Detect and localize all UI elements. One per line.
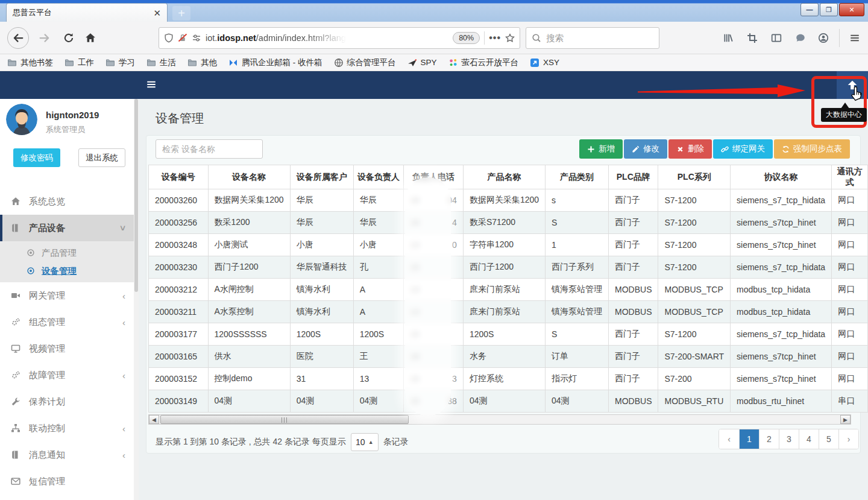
col-header[interactable]: 通讯方式 bbox=[832, 165, 868, 189]
sidebar-item-partial[interactable] bbox=[0, 495, 134, 500]
scroll-right-arrow[interactable]: ▶ bbox=[840, 415, 851, 424]
col-header[interactable]: PLC品牌 bbox=[609, 165, 658, 189]
close-button[interactable]: ✕ bbox=[839, 3, 864, 16]
scroll-track[interactable] bbox=[159, 415, 840, 424]
sidebar-item-网关管理[interactable]: 网关管理 ‹ bbox=[0, 282, 134, 309]
cell: MODBUS_RTU bbox=[658, 390, 731, 413]
cell: 1200SSSSSS bbox=[208, 323, 290, 346]
page-button-2[interactable]: 2 bbox=[759, 429, 779, 449]
bookmark-folder[interactable]: 其他书签 bbox=[7, 57, 53, 68]
bookmark-folder[interactable]: 工作 bbox=[64, 57, 94, 68]
bookmark-plane[interactable]: SPY bbox=[407, 58, 437, 68]
sidebar-collapse-icon[interactable] bbox=[146, 79, 158, 91]
scroll-thumb[interactable] bbox=[160, 415, 409, 424]
col-header[interactable]: 设备所属客户 bbox=[290, 165, 353, 189]
cell: S7-200-SMART bbox=[658, 346, 731, 368]
table-row[interactable]: 200003230西门子1200华辰智通科技孔15西门子1200西门子系列西门子… bbox=[149, 256, 868, 279]
insecure-lock-icon[interactable] bbox=[178, 33, 187, 43]
sitemap-icon bbox=[11, 423, 20, 433]
table-row[interactable]: 20000314904测04测04测153804测04测MODBUSMODBUS… bbox=[149, 390, 868, 413]
sidebar-item-组态管理[interactable]: 组态管理 ‹ bbox=[0, 309, 134, 335]
logout-button[interactable]: 退出系统 bbox=[78, 148, 125, 167]
screenshot-icon[interactable] bbox=[745, 31, 760, 45]
col-header[interactable]: 产品类别 bbox=[546, 165, 609, 189]
page-button-5[interactable]: 5 bbox=[819, 429, 838, 449]
link-button[interactable]: 绑定网关 bbox=[713, 139, 773, 159]
bookmark-star-icon[interactable] bbox=[505, 33, 515, 43]
table-row[interactable]: 200003165供水医院王18水务订单西门子S7-200-SMARTsieme… bbox=[149, 346, 868, 368]
sidebar-item-消息通知[interactable]: 消息通知 ‹ bbox=[0, 441, 134, 468]
sidebar-item-故障管理[interactable]: 故障管理 ‹ bbox=[0, 362, 134, 388]
bookmark-dots4[interactable]: 萤石云开放平台 bbox=[448, 57, 519, 68]
table-row[interactable]: 200003212A水闸控制镇海水利A13庶来门前泵站镇海泵站管理MODBUSM… bbox=[149, 279, 868, 301]
col-header[interactable]: PLC系列 bbox=[658, 165, 731, 189]
col-header[interactable]: 产品名称 bbox=[463, 165, 545, 189]
permissions-icon[interactable] bbox=[192, 33, 201, 43]
col-header[interactable]: 设备负责人 bbox=[353, 165, 404, 189]
bookmark-folder[interactable]: 其他 bbox=[187, 57, 217, 68]
table-row[interactable]: 200003211A水泵控制镇海水利A13庶来门前泵站镇海泵站管理MODBUSM… bbox=[149, 301, 868, 323]
mouse-cursor bbox=[849, 84, 864, 101]
bookmark-folder[interactable]: 学习 bbox=[105, 57, 135, 68]
bookmark-folder[interactable]: 生活 bbox=[146, 57, 176, 68]
restore-button[interactable]: ❐ bbox=[820, 3, 838, 16]
app-menu-icon[interactable] bbox=[848, 31, 862, 45]
cross-button[interactable]: 删除 bbox=[668, 139, 712, 159]
table-row[interactable]: 2000031771200SSSSSS1200S1200S151200SS西门子… bbox=[149, 323, 868, 346]
page-button-1[interactable]: 1 bbox=[739, 429, 759, 449]
browser-search[interactable] bbox=[526, 27, 659, 49]
cell: 数采S71200 bbox=[463, 212, 545, 234]
tracking-protection-icon[interactable] bbox=[164, 33, 174, 43]
next-page-button[interactable]: › bbox=[838, 429, 858, 449]
account-icon[interactable] bbox=[816, 31, 831, 45]
home-button[interactable] bbox=[80, 27, 101, 49]
sidebar-subitem-产品管理[interactable]: 产品管理 bbox=[0, 244, 134, 262]
library-icon[interactable] bbox=[721, 31, 735, 45]
bookmark-exmail[interactable]: 腾讯企业邮箱 - 收件箱 bbox=[228, 57, 322, 68]
page-actions-icon[interactable]: ••• bbox=[489, 33, 501, 43]
browser-tab[interactable]: 思普云平台 ✕ bbox=[6, 3, 168, 22]
col-header[interactable]: 设备编号 bbox=[149, 165, 209, 189]
table-row[interactable]: 200003248小唐测试小唐小唐130字符串12001西门子S7-1200si… bbox=[149, 234, 868, 256]
url-bar[interactable]: iot.idosp.net/admin/index.html?langu 80%… bbox=[159, 27, 520, 49]
chat-extension-icon[interactable] bbox=[793, 31, 808, 45]
col-header[interactable]: 协议名称 bbox=[731, 165, 832, 189]
device-search-input[interactable] bbox=[156, 139, 263, 159]
new-tab-button[interactable]: + bbox=[172, 6, 190, 21]
zoom-badge[interactable]: 80% bbox=[453, 32, 480, 44]
scroll-left-arrow[interactable]: ◀ bbox=[149, 415, 159, 424]
sidebar-item-短信管理[interactable]: 短信管理 bbox=[0, 468, 134, 495]
sidebar-toggle-icon[interactable] bbox=[769, 31, 784, 45]
sidebar-subitem-设备管理[interactable]: 设备管理 bbox=[0, 262, 134, 280]
sidebar-item-系统总览[interactable]: 系统总览 bbox=[0, 188, 134, 215]
search-icon bbox=[532, 33, 541, 43]
minimize-button[interactable]: — bbox=[800, 3, 819, 16]
bookmark-globe[interactable]: 综合管理平台 bbox=[334, 57, 396, 68]
plus-button[interactable]: 新增 bbox=[579, 139, 623, 159]
tab-close-icon[interactable]: ✕ bbox=[153, 8, 161, 17]
page-button-4[interactable]: 4 bbox=[799, 429, 819, 449]
table-row[interactable]: 200003152控制demo3113153灯控系统指示灯西门子S7-200si… bbox=[149, 368, 868, 390]
device-table: 设备编号设备名称设备所属客户设备负责人负责人电话产品名称产品类别PLC品牌PLC… bbox=[148, 165, 868, 413]
table-row[interactable]: 200003256数采1200华辰华辰184数采S71200S西门子S7-120… bbox=[149, 212, 868, 234]
change-password-button[interactable]: 修改密码 bbox=[13, 148, 60, 167]
sidebar-item-产品设备[interactable]: 产品设备 ˅ bbox=[0, 215, 134, 241]
bookmark-xsy[interactable]: XSY bbox=[530, 58, 559, 68]
back-button[interactable] bbox=[7, 27, 29, 49]
pencil-button[interactable]: 修改 bbox=[624, 139, 667, 159]
sidebar-item-保养计划[interactable]: 保养计划 bbox=[0, 388, 134, 415]
table-hscrollbar[interactable]: ◀ ▶ bbox=[148, 414, 851, 425]
reload-button[interactable] bbox=[58, 27, 80, 49]
page-button-3[interactable]: 3 bbox=[779, 429, 799, 449]
sidebar-item-联动控制[interactable]: 联动控制 ‹ bbox=[0, 415, 134, 441]
table-row[interactable]: 200003260数据网关采集1200华辰华辰1804数据网关采集1200s西门… bbox=[149, 189, 868, 212]
col-header[interactable]: 设备名称 bbox=[208, 165, 290, 189]
sidebar-scrollbar-thumb[interactable] bbox=[134, 99, 138, 292]
prev-page-button[interactable]: ‹ bbox=[719, 429, 739, 449]
sidebar-item-视频管理[interactable]: 视频管理 bbox=[0, 335, 134, 362]
cell: MODBUS bbox=[609, 390, 658, 413]
forward-button[interactable] bbox=[34, 27, 55, 49]
refresh-button[interactable]: 强制同步点表 bbox=[774, 139, 850, 159]
page-size-select[interactable]: 10▲ bbox=[351, 433, 379, 451]
browser-search-input[interactable] bbox=[546, 33, 637, 43]
